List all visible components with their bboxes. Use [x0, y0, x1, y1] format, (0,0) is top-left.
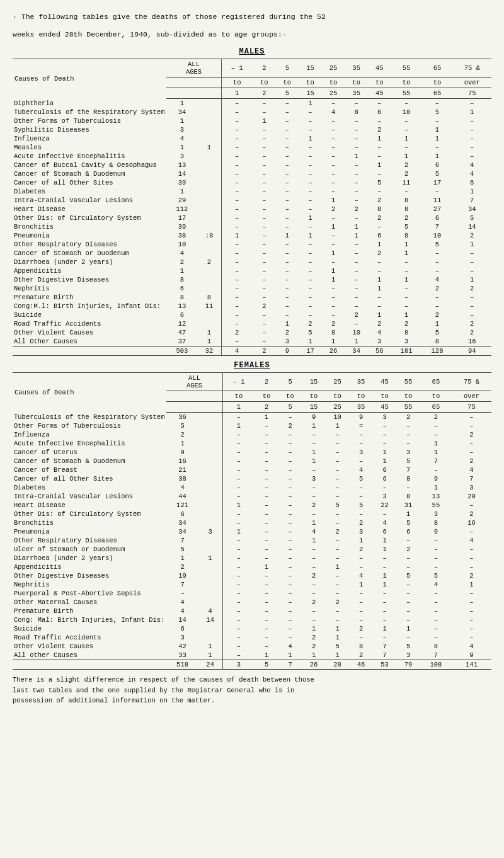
cause-cell: Acute Infective Encephalitis: [13, 439, 166, 448]
table-row: Ulcer of Stomach or Duodenum5–––––212––: [13, 545, 491, 554]
table-row: Intra-Cranial Vascular Lesions29––––1–28…: [13, 196, 491, 205]
footnote: There is a slight difference in respect …: [13, 675, 491, 706]
table-row: Puerperal & Post-Abortive Sepsis––––––––…: [13, 589, 491, 598]
cause-cell: Cong:M.l: Birth Injuries, Infant Dis:: [13, 302, 166, 311]
cause-cell: Bronchitis: [13, 222, 166, 231]
age-25-header: 25: [322, 59, 345, 77]
cause-cell: Diphtheria: [13, 98, 166, 108]
table-row: Pneumonia38:81–11–168102: [13, 231, 491, 240]
table-row: Diphtheria1–––1––––––: [13, 98, 491, 108]
table-row: Other Forms of Tuberculosis1–1––––––––: [13, 117, 491, 125]
table-row: Other Dis: of Circulatory System6–––––––…: [13, 510, 491, 518]
cause-cell: Nephritis: [13, 284, 166, 293]
cause-cell: Cancer of Uterus: [13, 448, 166, 457]
cause-cell: Premature Birth: [13, 607, 166, 615]
table-row: Cancer of Breast21–––––467–4: [13, 466, 491, 474]
table-row: Other Respiratory Diseases7–––1–11––4: [13, 536, 491, 545]
f-cause-header: Causes of Death: [13, 372, 166, 412]
cause-cell: Intra-Cranial Vascular Lesions: [13, 492, 166, 501]
table-row: Cancer of Stomach & Duodenum16–––1––1572: [13, 457, 491, 466]
cause-cell: Bronchitis: [13, 518, 166, 527]
table-row: Other Dis: of Circulatory System17–––1––…: [13, 214, 491, 222]
cause-cell: Acute Infective Encephalitis: [13, 152, 166, 161]
cause-cell: Measles: [13, 143, 166, 152]
cause-cell: Cancer of Breast: [13, 466, 166, 474]
cause-cell: Ulcer of Stomach or Duodenum: [13, 545, 166, 554]
f-all-ages-header: ALLAGES: [166, 372, 222, 391]
table-row: Suicide6–––––2112–: [13, 311, 491, 319]
cause-cell: Cancer of Stomach & Duodenum: [13, 457, 166, 466]
cause-cell: Cong: Mal: Birth Injuries, Infant Dis:: [13, 615, 166, 624]
intro-line1: · The following tables give the deaths o…: [13, 11, 491, 23]
cause-cell: Cancer of all Other Sites: [13, 178, 166, 187]
table-row: Diabetes4––––––––13: [13, 483, 491, 492]
cause-cell: Pneumonia: [13, 231, 166, 240]
table-row: Heart Disease112––––22882734: [13, 205, 491, 214]
table-row: Cancer of all Other Sites38–––3–56897: [13, 474, 491, 483]
age-5-header: 5: [276, 59, 299, 77]
table-row: Premature Birth88––––––––––: [13, 293, 491, 302]
cause-cell: Suicide: [13, 311, 166, 319]
table-row: Bronchitis39––––11–5714: [13, 222, 491, 231]
cause-cell: Influenza: [13, 430, 166, 439]
table-row: Cong: Mal: Birth Injuries, Infant Dis:14…: [13, 615, 491, 624]
table-row: Nephritis6––––––1–22: [13, 284, 491, 293]
table-row: Suicide6–––11211––: [13, 624, 491, 633]
table-row: Influenza4–––1––111–: [13, 134, 491, 143]
age-15-header: 15: [299, 59, 322, 77]
all-ages-header: ALLAGES: [166, 59, 221, 77]
cause-cell: Other Dis: of Circulatory System: [13, 214, 166, 222]
males-section-title: MALES: [13, 47, 491, 56]
intro-line2: weeks ended 28th December, 1940, sub-div…: [13, 29, 491, 40]
cause-cell: Influenza: [13, 134, 166, 143]
table-row: Road Traffic Accidents3–––21–––––: [13, 633, 491, 642]
table-row: Other Violent Causes4712–258104852: [13, 328, 491, 337]
cause-cell: Road Traffic Accidents: [13, 319, 166, 328]
cause-cell: Cancer of Stomach or Duodenum: [13, 249, 166, 258]
cause-cell: Cancer of Stomach & Duodenum: [13, 169, 166, 178]
age-35-header: 35: [345, 59, 368, 77]
cause-cell: Other Maternal Causes: [13, 598, 166, 607]
cause-cell: Road Traffic Accidents: [13, 633, 166, 642]
cause-cell: Syphilitic Diseases: [13, 125, 166, 134]
cause-cell: Other Dis: of Circulatory System: [13, 510, 166, 518]
table-row: Tuberculosis of the Respiratory System36…: [13, 412, 491, 421]
age-2-header: 2: [253, 59, 276, 77]
table-row: Other Maternal Causes4–––22–––––: [13, 598, 491, 607]
table-row: Intra-Cranial Vascular Lesions44––––––38…: [13, 492, 491, 501]
females-table: Causes of Death ALLAGES – 1 2 5 15 25 35…: [13, 372, 491, 670]
table-row: Other Respiratory Diseases10––––––1151: [13, 240, 491, 249]
table-row: Diarrhoea (under 2 years)22––––––––––: [13, 258, 491, 266]
cause-cell: All Other Causes: [13, 337, 166, 346]
age-65-header: 65: [422, 59, 453, 77]
table-row: Pneumonia3431––423669–: [13, 527, 491, 536]
table-row: Appendicitis2–1––1–––––: [13, 563, 491, 571]
cause-cell: Diabetes: [13, 483, 166, 492]
cause-cell: Puerperal & Post-Abortive Sepsis: [13, 589, 166, 598]
age-45-header: 45: [368, 59, 391, 77]
table-row: Cong:M.l: Birth Injuries, Infant Dis:131…: [13, 302, 491, 311]
cause-cell: All other Causes: [13, 651, 166, 660]
cause-cell: Other Forms of Tuberculosis: [13, 421, 166, 430]
cause-cell: Other Respiratory Diseases: [13, 536, 166, 545]
table-row: Tuberculosis of the Respiratory System34…: [13, 108, 491, 117]
age-75-header: 75 &: [453, 59, 491, 77]
table-row: Premature Birth44––––––––––: [13, 607, 491, 615]
table-row: Other Forms of Tuberculosis51–211=––––: [13, 421, 491, 430]
cause-cell: Suicide: [13, 624, 166, 633]
cause-cell: Pneumonia: [13, 527, 166, 536]
table-row: Appendicitis1––––1–––––: [13, 266, 491, 275]
table-row: Nephritis7–––––11–41: [13, 580, 491, 589]
table-row: Other Digestive Diseases19–––2–41552: [13, 571, 491, 580]
cause-cell: Other Forms of Tuberculosis: [13, 117, 166, 125]
cause-cell: Heart Disease: [13, 501, 166, 510]
table-row: Cancer of Stomach & Duodenum14–––––––254: [13, 169, 491, 178]
males-table: Causes of Death ALLAGES – 1 2 5 15 25 35…: [13, 59, 491, 356]
table-row: Syphilitic Diseases3––––––2–1–: [13, 125, 491, 134]
cause-cell: Other Violent Causes: [13, 642, 166, 651]
age-55-header: 55: [391, 59, 422, 77]
cause-cell: Other Digestive Diseases: [13, 275, 166, 284]
table-row: Acute Infective Encephalitis1––––––––1–: [13, 439, 491, 448]
table-row: Influenza2–––––––––2: [13, 430, 491, 439]
cause-cell: Appendicitis: [13, 563, 166, 571]
